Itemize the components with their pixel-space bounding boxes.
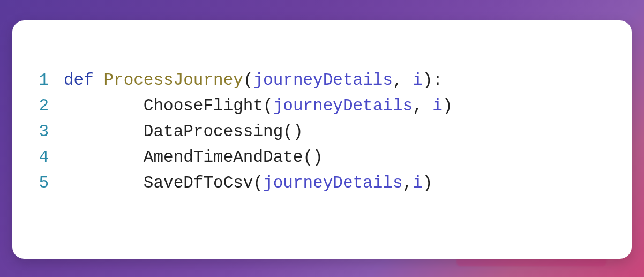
code-block: 1 def ProcessJourney(journeyDetails, i):… xyxy=(34,68,610,196)
line-content: DataProcessing() xyxy=(64,119,303,145)
call-ChooseFlight: ChooseFlight xyxy=(144,96,263,115)
paren-close: ) xyxy=(423,174,433,192)
code-line-3: 3 DataProcessing() xyxy=(34,119,610,145)
line-content: AmendTimeAndDate() xyxy=(64,145,323,170)
code-line-2: 2 ChooseFlight(journeyDetails, i) xyxy=(34,93,610,119)
func-name: ProcessJourney xyxy=(103,71,243,89)
line-number: 1 xyxy=(34,68,64,93)
line-number: 3 xyxy=(34,119,64,145)
call-DataProcessing: DataProcessing xyxy=(144,122,283,141)
comma: , xyxy=(393,71,403,89)
arg-i: i xyxy=(413,174,423,192)
paren-close: ) xyxy=(423,71,433,89)
code-card: 1 def ProcessJourney(journeyDetails, i):… xyxy=(12,20,632,259)
paren-open: ( xyxy=(303,148,313,167)
paren-open: ( xyxy=(253,174,263,192)
line-content: ChooseFlight(journeyDetails, i) xyxy=(64,93,453,119)
line-content: SaveDfToCsv(journeyDetails,i) xyxy=(64,170,432,196)
paren-open: ( xyxy=(283,122,293,141)
paren-close: ) xyxy=(293,122,303,141)
paren-close: ) xyxy=(443,96,453,115)
line-number: 5 xyxy=(34,170,64,196)
param-journeyDetails: journeyDetails xyxy=(253,71,392,89)
paren-open: ( xyxy=(243,71,253,89)
line-number: 2 xyxy=(34,93,64,119)
code-line-1: 1 def ProcessJourney(journeyDetails, i): xyxy=(34,68,610,93)
comma: , xyxy=(413,96,423,115)
paren-close: ) xyxy=(313,148,323,167)
arg-i: i xyxy=(432,96,443,115)
code-line-5: 5 SaveDfToCsv(journeyDetails,i) xyxy=(34,170,610,196)
line-number: 4 xyxy=(34,145,64,170)
colon: : xyxy=(432,71,443,89)
paren-open: ( xyxy=(263,96,273,115)
line-content: def ProcessJourney(journeyDetails, i): xyxy=(64,68,443,93)
code-line-4: 4 AmendTimeAndDate() xyxy=(34,145,610,170)
arg-journeyDetails: journeyDetails xyxy=(273,96,413,115)
comma: , xyxy=(403,174,413,192)
arg-journeyDetails: journeyDetails xyxy=(263,174,402,192)
call-SaveDfToCsv: SaveDfToCsv xyxy=(144,174,253,192)
param-i: i xyxy=(413,71,423,89)
call-AmendTimeAndDate: AmendTimeAndDate xyxy=(144,148,303,167)
keyword-def: def xyxy=(64,71,94,89)
